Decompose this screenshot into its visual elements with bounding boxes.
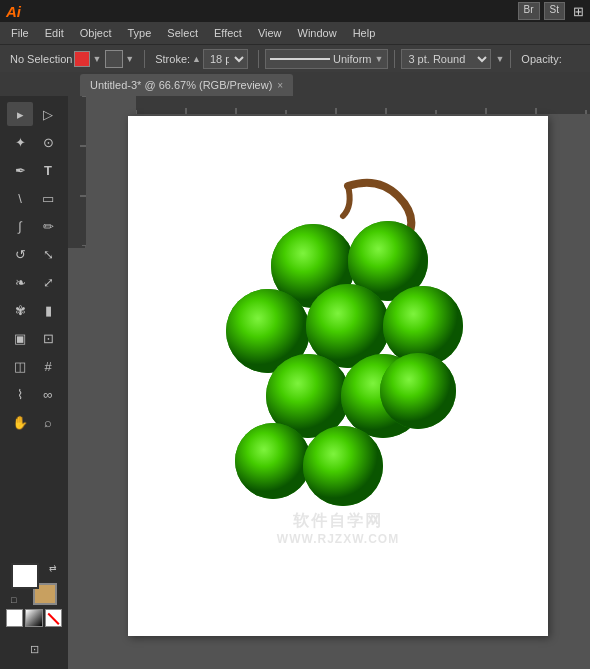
ruler-left-svg bbox=[68, 96, 86, 246]
scale-tool[interactable]: ⤡ bbox=[35, 242, 61, 266]
paintbrush-tool[interactable]: ∫ bbox=[7, 214, 33, 238]
stroke-type-label: Uniform bbox=[333, 53, 372, 65]
change-screen-mode-button[interactable]: ⊡ bbox=[21, 637, 47, 661]
zoom-tool[interactable]: ⌕ bbox=[35, 410, 61, 434]
type-tool[interactable]: T bbox=[35, 158, 61, 182]
selection-indicator: No Selection ▼ ▼ bbox=[6, 48, 138, 70]
tool-row-7: ❧ ⤢ bbox=[0, 268, 68, 296]
stroke-value-input[interactable]: 18 pt bbox=[203, 49, 248, 69]
stock-button[interactable]: St bbox=[544, 2, 565, 20]
main-area: ▸ ▷ ✦ ⊙ ✒ T \ ▭ ∫ ✏ ↺ ⤡ ❧ ⤢ ✾ ▮ bbox=[0, 96, 590, 669]
menu-edit[interactable]: Edit bbox=[38, 25, 71, 41]
stroke-control: Stroke: ▲ 18 pt bbox=[151, 47, 252, 71]
lasso-tool[interactable]: ⊙ bbox=[35, 130, 61, 154]
magic-wand-tool[interactable]: ✦ bbox=[7, 130, 33, 154]
slice-tool[interactable]: ⊡ bbox=[35, 326, 61, 350]
bridge-button[interactable]: Br bbox=[518, 2, 540, 20]
tool-row-12: ✋ ⌕ bbox=[0, 408, 68, 436]
default-colors-button[interactable]: □ bbox=[11, 595, 16, 605]
menu-file[interactable]: File bbox=[4, 25, 36, 41]
menu-effect[interactable]: Effect bbox=[207, 25, 249, 41]
menu-window[interactable]: Window bbox=[291, 25, 344, 41]
hand-tool[interactable]: ✋ bbox=[7, 410, 33, 434]
swap-colors-button[interactable]: ⇄ bbox=[49, 563, 57, 573]
gradient-button[interactable] bbox=[25, 609, 42, 627]
menu-bar: File Edit Object Type Select Effect View… bbox=[0, 22, 590, 44]
fill-fg-swatch[interactable] bbox=[11, 563, 39, 589]
left-toolbar: ▸ ▷ ✦ ⊙ ✒ T \ ▭ ∫ ✏ ↺ ⤡ ❧ ⤢ ✾ ▮ bbox=[0, 96, 68, 669]
svg-rect-12 bbox=[68, 96, 86, 246]
title-bar: Ai Br St ⊞ bbox=[0, 0, 590, 22]
solid-color-button[interactable] bbox=[6, 609, 23, 627]
line-segment-tool[interactable]: \ bbox=[7, 186, 33, 210]
tool-row-11: ⌇ ∞ bbox=[0, 380, 68, 408]
fill-stroke-swatches: ⇄ □ bbox=[11, 563, 57, 605]
pencil-tool[interactable]: ✏ bbox=[35, 214, 61, 238]
tool-row-2: ✦ ⊙ bbox=[0, 128, 68, 156]
stroke-dropdown-arrow[interactable]: ▼ bbox=[125, 54, 134, 64]
tab-close-button[interactable]: × bbox=[277, 80, 283, 91]
toolbar-divider-4 bbox=[510, 50, 511, 68]
stroke-color-swatch[interactable] bbox=[105, 50, 123, 68]
tabs-bar: Untitled-3* @ 66.67% (RGB/Preview) × bbox=[0, 72, 590, 96]
selection-label: No Selection bbox=[10, 53, 72, 65]
workspace-button[interactable]: ⊞ bbox=[573, 4, 584, 19]
menu-type[interactable]: Type bbox=[121, 25, 159, 41]
canvas-area[interactable]: 软件自学网 WWW.RJZXW.COM bbox=[68, 96, 590, 669]
menu-view[interactable]: View bbox=[251, 25, 289, 41]
column-graph-tool[interactable]: ▮ bbox=[35, 298, 61, 322]
brush-select[interactable]: 3 pt. Round bbox=[401, 49, 491, 69]
svg-point-39 bbox=[235, 423, 311, 499]
fill-inner bbox=[15, 567, 35, 585]
toolbar-divider-1 bbox=[144, 50, 145, 68]
rectangle-tool[interactable]: ▭ bbox=[35, 186, 61, 210]
watermark-line2: WWW.RJZXW.COM bbox=[277, 532, 399, 546]
eyedropper-tool[interactable]: ⌇ bbox=[7, 382, 33, 406]
color-mode-row bbox=[6, 609, 62, 627]
artboard: 软件自学网 WWW.RJZXW.COM bbox=[128, 116, 548, 636]
svg-point-41 bbox=[303, 426, 383, 506]
brush-dropdown-arrow[interactable]: ▼ bbox=[495, 54, 504, 64]
title-bar-right: Br St ⊞ bbox=[518, 2, 584, 20]
gradient-tool[interactable]: ◫ bbox=[7, 354, 33, 378]
svg-rect-0 bbox=[136, 96, 590, 114]
tab-title: Untitled-3* @ 66.67% (RGB/Preview) bbox=[90, 79, 272, 91]
warp-tool[interactable]: ❧ bbox=[7, 270, 33, 294]
color-section: ⇄ □ bbox=[0, 557, 68, 633]
stroke-type-arrow[interactable]: ▼ bbox=[375, 54, 384, 64]
menu-select[interactable]: Select bbox=[160, 25, 205, 41]
blend-tool[interactable]: ∞ bbox=[35, 382, 61, 406]
grape-illustration bbox=[158, 146, 498, 526]
tool-row-8: ✾ ▮ bbox=[0, 296, 68, 324]
free-transform-tool[interactable]: ⤢ bbox=[35, 270, 61, 294]
none-button[interactable] bbox=[45, 609, 62, 627]
tool-row-3: ✒ T bbox=[0, 156, 68, 184]
tool-row-4: \ ▭ bbox=[0, 184, 68, 212]
fill-dropdown-arrow[interactable]: ▼ bbox=[92, 54, 101, 64]
stroke-type-display: Uniform ▼ bbox=[265, 49, 388, 69]
selection-tool[interactable]: ▸ bbox=[7, 102, 33, 126]
svg-point-43 bbox=[380, 353, 456, 429]
tool-row-6: ↺ ⤡ bbox=[0, 240, 68, 268]
toolbar-divider-3 bbox=[394, 50, 395, 68]
direct-selection-tool[interactable]: ▷ bbox=[35, 102, 61, 126]
tool-row-10: ◫ # bbox=[0, 352, 68, 380]
mesh-tool[interactable]: # bbox=[35, 354, 61, 378]
tool-row-9: ▣ ⊡ bbox=[0, 324, 68, 352]
menu-help[interactable]: Help bbox=[346, 25, 383, 41]
document-tab[interactable]: Untitled-3* @ 66.67% (RGB/Preview) × bbox=[80, 74, 293, 96]
bottom-tools-row: ⊡ bbox=[0, 633, 68, 665]
contextual-toolbar: No Selection ▼ ▼ Stroke: ▲ 18 pt Uniform… bbox=[0, 44, 590, 72]
artboard-tool[interactable]: ▣ bbox=[7, 326, 33, 350]
menu-object[interactable]: Object bbox=[73, 25, 119, 41]
tool-row-5: ∫ ✏ bbox=[0, 212, 68, 240]
ruler-top-svg bbox=[136, 96, 590, 114]
opacity-label: Opacity: bbox=[517, 51, 565, 67]
rotate-tool[interactable]: ↺ bbox=[7, 242, 33, 266]
tool-row-1: ▸ ▷ bbox=[0, 100, 68, 128]
symbol-sprayer-tool[interactable]: ✾ bbox=[7, 298, 33, 322]
ruler-left bbox=[68, 96, 86, 248]
pen-tool[interactable]: ✒ bbox=[7, 158, 33, 182]
stroke-up-arrow[interactable]: ▲ bbox=[192, 54, 201, 64]
fill-color-swatch[interactable] bbox=[74, 51, 90, 67]
